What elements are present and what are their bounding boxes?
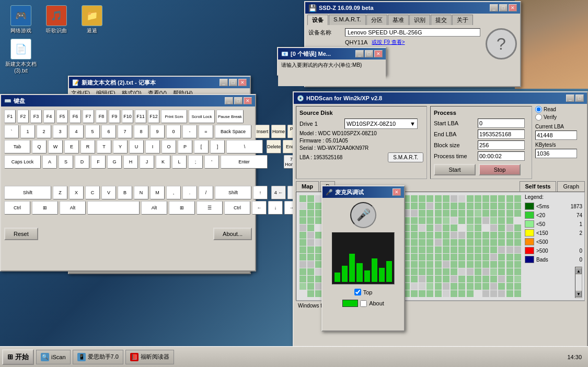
- kb-key-comma[interactable]: ,: [166, 186, 181, 199]
- kb-key-f4[interactable]: F4: [43, 110, 55, 123]
- kb-key-n[interactable]: N: [134, 186, 148, 199]
- kb-key-num4[interactable]: 4 ←: [271, 186, 286, 199]
- kb-key-4[interactable]: 4: [69, 125, 84, 138]
- kb-key-f6[interactable]: F6: [70, 110, 81, 123]
- mic-about-checkbox[interactable]: [360, 300, 367, 307]
- drive-select[interactable]: WD10SPZX-08Z10 ▼: [344, 119, 418, 129]
- kb-key-uparrow[interactable]: ↑: [253, 186, 268, 199]
- kb-key-m[interactable]: M: [150, 186, 165, 199]
- block-size-input[interactable]: [478, 140, 525, 150]
- ssdz-tab-about[interactable]: 关于: [452, 15, 473, 25]
- tab-selftests[interactable]: Self tests: [520, 181, 557, 192]
- kb-key-f12[interactable]: F12: [148, 110, 159, 123]
- radio-read[interactable]: [535, 106, 542, 113]
- kb-key-p[interactable]: P: [178, 140, 192, 153]
- kb-key-z[interactable]: Z: [53, 186, 67, 199]
- kb-key-f10[interactable]: F10: [122, 110, 133, 123]
- kb-key-f9[interactable]: F9: [109, 110, 120, 123]
- kb-key-f3[interactable]: F3: [30, 110, 42, 123]
- kb-key-5[interactable]: 5: [85, 125, 100, 138]
- notepad-titlebar[interactable]: 📝 新建文本文档 (2).txt - 记事本 _ □ ✕: [69, 77, 250, 88]
- kb-key-rshift[interactable]: Shift: [215, 186, 251, 199]
- kb-key-r[interactable]: R: [80, 140, 95, 153]
- process-time-input[interactable]: [478, 151, 525, 161]
- kbytes-input[interactable]: [535, 149, 577, 158]
- kb-key-enter[interactable]: Enter: [221, 155, 268, 169]
- taskbar-item-pdf[interactable]: 📕 福昕阅读器: [125, 350, 174, 364]
- ssdz-titlebar[interactable]: 💾 SSD-Z 16.09.09 beta _ □ ✕: [305, 2, 520, 14]
- kb-key-y[interactable]: Y: [113, 140, 128, 153]
- tab-graph[interactable]: Graph: [557, 181, 585, 192]
- kb-key-k[interactable]: K: [156, 155, 170, 169]
- kb-key-j[interactable]: J: [140, 155, 154, 169]
- keyboard-titlebar[interactable]: ⌨️ 键盘 _ □ ✕: [1, 95, 255, 106]
- kb-key-pausebreak[interactable]: Pause Break: [216, 110, 244, 123]
- taskbar-item-aisi[interactable]: 📱 爱思助手7.0: [73, 350, 123, 364]
- tab-map[interactable]: Map: [296, 181, 319, 192]
- kb-key-t[interactable]: T: [97, 140, 111, 153]
- ssdz-tab-partition[interactable]: 分区: [366, 15, 387, 25]
- kb-key-x[interactable]: X: [69, 186, 84, 199]
- kb-key-v[interactable]: V: [101, 186, 116, 199]
- ssdz-tab-bench[interactable]: 基准: [388, 15, 409, 25]
- kb-key-f11[interactable]: F11: [135, 110, 146, 123]
- scrollbar[interactable]: ▲ ▼: [575, 267, 582, 298]
- start-button[interactable]: ⊞ 开始: [2, 349, 34, 365]
- kb-key-semicolon[interactable]: ;: [188, 155, 203, 169]
- desktop-icon-folder[interactable]: 📁 遁遁: [76, 5, 108, 34]
- kb-key-scrolllock[interactable]: Scroll Lock: [189, 110, 215, 123]
- kb-key-l[interactable]: L: [172, 155, 187, 169]
- keyboard-reset-btn[interactable]: Reset: [4, 228, 38, 240]
- kb-key-e[interactable]: E: [64, 140, 79, 153]
- keyboard-close-btn[interactable]: ✕: [244, 97, 252, 104]
- notepad-maximize-btn[interactable]: □: [229, 79, 237, 86]
- mic-top-checkbox[interactable]: [354, 289, 361, 295]
- kb-key-lctrl[interactable]: Ctrl: [4, 201, 30, 215]
- stop-btn[interactable]: Stop: [479, 164, 521, 175]
- kb-key-s[interactable]: S: [59, 155, 73, 169]
- kb-key-lshift[interactable]: Shift: [4, 186, 51, 199]
- kb-key-capslock[interactable]: Caps Lock: [4, 155, 41, 169]
- kb-key-rwin[interactable]: ⊞: [169, 201, 195, 215]
- ssdz-maximize-btn[interactable]: □: [499, 4, 508, 11]
- notepad-close-btn[interactable]: ✕: [238, 79, 247, 86]
- desktop-icon-music[interactable]: 🎵 听歌识曲: [41, 5, 72, 34]
- kb-key-7[interactable]: 7: [118, 125, 132, 138]
- notepad-minimize-btn[interactable]: _: [220, 79, 228, 86]
- kb-key-9[interactable]: 9: [150, 125, 165, 138]
- kb-key-ralt[interactable]: Alt: [141, 201, 167, 215]
- end-lba-input[interactable]: [478, 129, 525, 139]
- kb-key-tab[interactable]: Tab: [4, 140, 30, 153]
- kb-key-menu[interactable]: ☰: [197, 201, 223, 215]
- kb-key-equals[interactable]: =: [199, 125, 213, 138]
- kb-key-slash[interactable]: /: [199, 186, 213, 199]
- start-btn[interactable]: Start: [434, 164, 476, 175]
- kb-key-backslash[interactable]: \: [226, 140, 263, 153]
- desktop-icon-newtext[interactable]: 📄 新建文本文档 (3).txt: [5, 39, 37, 74]
- kb-key-period[interactable]: .: [182, 186, 197, 199]
- kb-key-minus[interactable]: -: [182, 125, 197, 138]
- kb-key-f1[interactable]: F1: [4, 110, 16, 123]
- kb-key-space[interactable]: [87, 201, 140, 215]
- kb-key-lbracket[interactable]: [: [194, 140, 209, 153]
- ssdz-close-btn[interactable]: ✕: [509, 4, 517, 11]
- kb-key-c[interactable]: C: [85, 186, 100, 199]
- kb-key-h[interactable]: H: [123, 155, 138, 169]
- kb-key-lalt[interactable]: Alt: [60, 201, 86, 215]
- kb-key-i[interactable]: I: [145, 140, 160, 153]
- hddscan-maximize-btn[interactable]: □: [575, 94, 584, 102]
- kb-key-1[interactable]: 1: [20, 125, 35, 138]
- ssdz-minimize-btn[interactable]: _: [490, 4, 498, 11]
- ssdz-tab-identify[interactable]: 识别: [409, 15, 430, 25]
- kb-key-2[interactable]: 2: [37, 125, 51, 138]
- kb-key-u[interactable]: U: [129, 140, 144, 153]
- ssdz-link[interactable]: 或按 F9 查看>: [372, 39, 405, 46]
- kb-key-lwin[interactable]: ⊞: [32, 201, 58, 215]
- kb-key-w[interactable]: W: [48, 140, 63, 153]
- msg-minimize-btn[interactable]: _: [355, 50, 364, 57]
- kb-key-f2[interactable]: F2: [17, 110, 29, 123]
- ssdz-tab-submit[interactable]: 提交: [431, 15, 452, 25]
- radio-verify[interactable]: [535, 114, 542, 121]
- kb-key-f5[interactable]: F5: [56, 110, 68, 123]
- kb-key-delete[interactable]: Delete: [267, 140, 281, 153]
